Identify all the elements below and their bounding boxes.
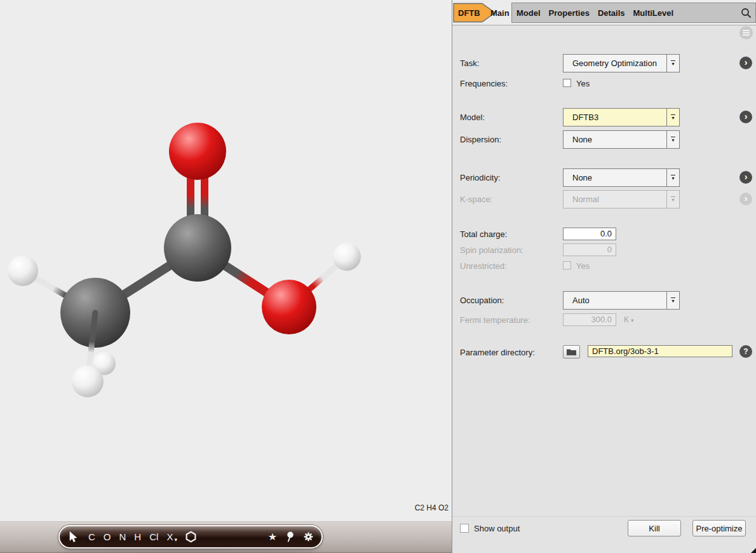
chevron-down-icon[interactable]: ▾ — [174, 536, 177, 543]
frequencies-checkbox[interactable] — [563, 79, 571, 87]
product-tab-label: DFTB — [458, 8, 480, 18]
dropdown-arrow-icon — [666, 191, 679, 208]
preoptimize-button[interactable]: Pre-optimize — [692, 520, 746, 536]
element-button-n[interactable]: N — [119, 531, 126, 542]
tab-model[interactable]: Model — [516, 8, 541, 18]
task-value: Geometry Optimization — [564, 55, 666, 72]
model-label: Model: — [460, 113, 485, 122]
pointer-tool-button[interactable] — [69, 531, 78, 543]
search-button[interactable] — [741, 8, 752, 18]
occupation-dropdown[interactable]: Auto — [563, 291, 680, 310]
dispersion-label: Dispersion: — [460, 135, 501, 144]
molecule-canvas[interactable] — [0, 0, 452, 553]
task-detail-button[interactable] — [739, 57, 752, 69]
dftb-input-window: C2 H4 O2 C O N H Cl X ▾ ★ — [0, 0, 756, 553]
task-dropdown[interactable]: Geometry Optimization — [563, 54, 680, 72]
total-charge-label: Total charge: — [460, 229, 507, 239]
occupation-value: Auto — [564, 292, 666, 309]
dropdown-arrow-icon[interactable] — [666, 55, 679, 72]
dropdown-arrow-icon[interactable] — [666, 131, 679, 148]
model-dropdown[interactable]: DFTB3 — [563, 108, 680, 126]
browse-directory-button[interactable] — [563, 345, 580, 358]
toolbar-reflection — [61, 550, 320, 553]
model-detail-button[interactable] — [739, 111, 752, 123]
panel-menu-button[interactable] — [739, 26, 753, 39]
ring-tool-button[interactable] — [185, 531, 197, 543]
molecular-formula: C2 H4 O2 — [415, 503, 449, 512]
kspace-detail-button — [739, 193, 752, 205]
settings-button[interactable] — [303, 531, 314, 542]
balloon-tool-button[interactable] — [286, 531, 294, 542]
dispersion-dropdown[interactable]: None — [563, 130, 680, 149]
element-button-cl[interactable]: Cl — [149, 531, 158, 542]
gear-icon — [303, 531, 314, 542]
dropdown-arrow-icon[interactable] — [666, 109, 679, 126]
occupation-label: Occupation: — [460, 296, 504, 305]
window-resize-grip[interactable] — [751, 548, 756, 553]
kspace-dropdown: Normal — [563, 190, 680, 208]
panel-footer: Show output Kill Pre-optimize — [452, 516, 756, 553]
parameter-directory-help-button[interactable] — [739, 345, 752, 358]
periodicity-label: Periodicity: — [460, 173, 501, 182]
frequencies-option-label[interactable]: Yes — [576, 79, 590, 88]
task-label: Task: — [460, 58, 479, 68]
periodicity-value: None — [564, 169, 666, 186]
spin-polarization-input: 0 — [563, 243, 616, 256]
kill-button[interactable]: Kill — [628, 520, 681, 536]
hamburger-icon — [743, 30, 750, 36]
kspace-value: Normal — [564, 191, 666, 208]
total-charge-input[interactable]: 0.0 — [563, 228, 616, 240]
tab-properties[interactable]: Properties — [549, 8, 590, 18]
inactive-tabs-box: Model Properties Details MultiLevel — [511, 3, 756, 23]
show-output-checkbox[interactable] — [460, 524, 469, 533]
periodicity-dropdown[interactable]: None — [563, 168, 680, 187]
element-button-o[interactable]: O — [104, 531, 111, 542]
show-output-label[interactable]: Show output — [474, 524, 520, 533]
tab-bar: DFTB Main Model Properties Details Multi… — [452, 0, 756, 25]
folder-icon — [567, 348, 576, 355]
dropdown-arrow-icon[interactable] — [666, 292, 679, 309]
balloon-icon — [286, 531, 294, 542]
periodicity-detail-button[interactable] — [739, 171, 752, 184]
parameter-directory-input[interactable]: DFTB.org/3ob-3-1 — [588, 345, 732, 357]
fermi-unit-dropdown: K — [624, 315, 634, 324]
dropdown-arrow-icon[interactable] — [666, 169, 679, 186]
parameter-directory-label: Parameter directory: — [460, 348, 535, 357]
kspace-label: K-space: — [460, 195, 492, 204]
fermi-temperature-input: 300.0 — [563, 313, 616, 326]
unrestricted-checkbox — [563, 261, 571, 270]
element-button-x[interactable]: X — [166, 531, 173, 542]
builder-toolbar: C O N H Cl X ▾ ★ — [58, 525, 323, 549]
unrestricted-label: Unrestricted: — [460, 261, 507, 271]
tab-details[interactable]: Details — [598, 8, 625, 18]
dispersion-value: None — [564, 131, 666, 148]
spin-polarization-label: Spin polarization: — [460, 245, 523, 255]
model-value: DFTB3 — [564, 109, 666, 126]
tab-main[interactable]: Main — [490, 8, 510, 18]
hexagon-ring-icon — [185, 531, 197, 543]
frequencies-label: Frequencies: — [460, 79, 508, 88]
cursor-pointer-icon — [69, 531, 78, 543]
molecule-viewport[interactable]: C2 H4 O2 C O N H Cl X ▾ ★ — [0, 0, 452, 553]
fermi-temperature-label: Fermi temperature: — [460, 315, 530, 325]
tab-multilevel[interactable]: MultiLevel — [633, 8, 674, 18]
dftb-settings-panel: DFTB Main Model Properties Details Multi… — [452, 0, 756, 553]
element-button-c[interactable]: C — [88, 531, 95, 542]
star-tool-button[interactable]: ★ — [268, 532, 277, 542]
element-button-h[interactable]: H — [134, 531, 141, 542]
unrestricted-option-label: Yes — [576, 261, 590, 271]
